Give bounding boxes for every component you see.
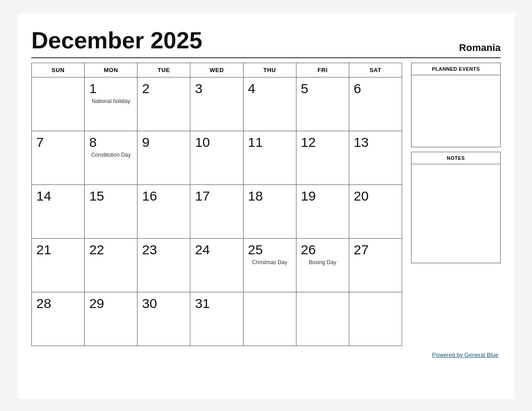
calendar-cell: 28	[32, 292, 85, 346]
day-number: 17	[195, 188, 238, 204]
calendar-cell: 12	[296, 131, 349, 185]
calendar-cell: 24	[190, 239, 243, 292]
footer: Powered by General Blue	[31, 351, 501, 359]
calendar-cell	[349, 292, 402, 346]
day-number: 15	[89, 188, 133, 204]
day-number: 20	[354, 188, 397, 204]
calendar-week-row: 28293031	[32, 292, 402, 346]
col-sun: SUN	[32, 63, 85, 77]
calendar-week-row: 78Constitution Day910111213	[32, 131, 402, 185]
powered-by-link[interactable]: Powered by General Blue	[432, 351, 498, 358]
day-number: 14	[36, 188, 80, 204]
day-number: 27	[354, 242, 397, 257]
day-number: 12	[301, 135, 344, 150]
day-event-label: Constitution Day	[89, 152, 133, 159]
calendar-cell: 6	[349, 77, 402, 131]
calendar-cell: 7	[32, 131, 85, 185]
calendar-cell	[32, 77, 85, 131]
calendar-cell: 9	[137, 131, 190, 185]
planned-events-body	[412, 75, 500, 147]
calendar-section: SUN MON TUE WED THU FRI SAT 1National ho…	[31, 63, 402, 346]
day-event-label: Christmas Day	[248, 259, 292, 266]
calendar-cell: 4	[243, 77, 296, 131]
country-label: Romania	[459, 42, 501, 54]
col-sat: SAT	[349, 63, 402, 77]
calendar-cell: 25Christmas Day	[243, 239, 296, 292]
calendar-cell: 21	[32, 239, 85, 292]
notes-header: NOTES	[412, 152, 500, 164]
day-number: 3	[195, 81, 238, 96]
day-number: 28	[36, 296, 80, 311]
planned-events-box: PLANNED EVENTS	[411, 63, 501, 147]
day-number: 25	[248, 242, 292, 257]
day-number: 29	[89, 296, 133, 311]
calendar-cell: 8Constitution Day	[85, 131, 137, 185]
calendar-cell	[243, 292, 296, 346]
day-number: 24	[195, 242, 238, 257]
day-number: 13	[354, 135, 397, 150]
day-event-label: Boxing Day	[301, 259, 344, 266]
day-number: 21	[36, 242, 80, 257]
col-thu: THU	[243, 63, 296, 77]
main-content: SUN MON TUE WED THU FRI SAT 1National ho…	[31, 63, 501, 346]
col-fri: FRI	[296, 63, 349, 77]
day-number: 4	[248, 81, 292, 96]
page-title: December 2025	[31, 27, 202, 54]
notes-box: NOTES	[411, 152, 501, 263]
calendar-week-row: 14151617181920	[32, 185, 402, 239]
day-number: 11	[248, 135, 292, 150]
notes-body	[412, 164, 500, 263]
col-tue: TUE	[137, 63, 190, 77]
calendar-cell: 15	[85, 185, 137, 239]
sidebar: PLANNED EVENTS NOTES	[411, 63, 501, 263]
day-number: 9	[142, 135, 185, 150]
day-number: 8	[89, 135, 133, 150]
calendar-cell: 30	[137, 292, 190, 346]
day-number: 30	[142, 296, 185, 311]
calendar-cell: 5	[296, 77, 349, 131]
calendar-header-row: SUN MON TUE WED THU FRI SAT	[32, 63, 402, 77]
day-number: 1	[89, 81, 133, 96]
calendar-table: SUN MON TUE WED THU FRI SAT 1National ho…	[31, 63, 402, 346]
calendar-cell: 20	[349, 185, 402, 239]
calendar-cell: 2	[137, 77, 190, 131]
calendar-cell: 17	[190, 185, 243, 239]
col-wed: WED	[190, 63, 243, 77]
day-number: 7	[36, 135, 80, 150]
calendar-cell: 19	[296, 185, 349, 239]
day-number: 16	[142, 188, 185, 204]
calendar-cell: 31	[190, 292, 243, 346]
day-number: 31	[195, 296, 238, 311]
day-number: 22	[89, 242, 133, 257]
calendar-cell: 23	[137, 239, 190, 292]
calendar-week-row: 2122232425Christmas Day26Boxing Day27	[32, 239, 402, 292]
calendar-cell: 16	[137, 185, 190, 239]
day-number: 6	[354, 81, 397, 96]
calendar-cell	[296, 292, 349, 346]
planned-events-header: PLANNED EVENTS	[412, 63, 500, 75]
calendar-cell: 29	[85, 292, 137, 346]
day-number: 26	[301, 242, 344, 257]
day-number: 10	[195, 135, 238, 150]
calendar-cell: 11	[243, 131, 296, 185]
day-event-label: National holiday	[89, 98, 133, 105]
day-number: 2	[142, 81, 185, 96]
calendar-cell: 14	[32, 185, 85, 239]
calendar-cell: 26Boxing Day	[296, 239, 349, 292]
calendar-cell: 13	[349, 131, 402, 185]
day-number: 23	[142, 242, 185, 257]
day-number: 19	[301, 188, 344, 204]
page-container: December 2025 Romania SUN MON TUE WED TH…	[18, 13, 514, 398]
calendar-cell: 1National holiday	[85, 77, 137, 131]
calendar-cell: 22	[85, 239, 137, 292]
day-number: 18	[248, 188, 292, 204]
calendar-week-row: 1National holiday23456	[32, 77, 402, 131]
day-number: 5	[301, 81, 344, 96]
calendar-cell: 18	[243, 185, 296, 239]
calendar-cell: 10	[190, 131, 243, 185]
calendar-cell: 27	[349, 239, 402, 292]
col-mon: MON	[85, 63, 137, 77]
calendar-cell: 3	[190, 77, 243, 131]
header: December 2025 Romania	[31, 27, 501, 58]
